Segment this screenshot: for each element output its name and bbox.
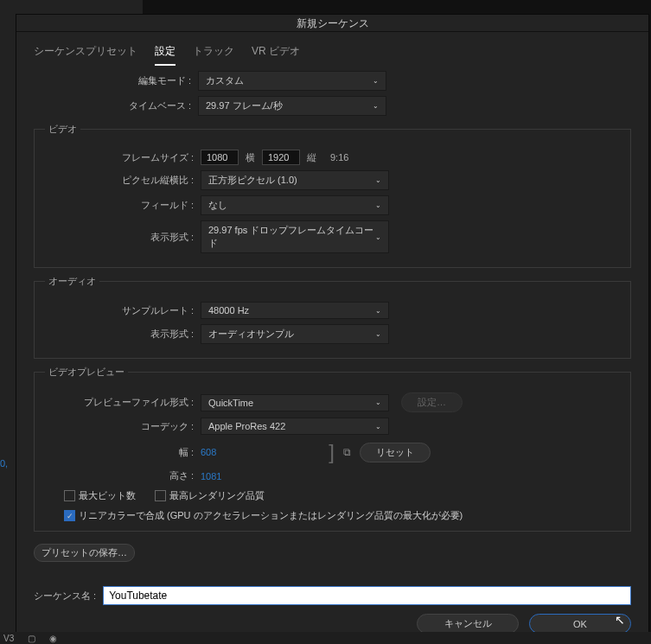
chevron-down-icon: ⌄ (375, 330, 381, 338)
aspect-text: 9:16 (330, 152, 348, 163)
preview-settings-button[interactable]: 設定… (401, 392, 463, 412)
max-bit-checkbox[interactable] (64, 490, 75, 501)
timebase-dropdown[interactable]: 29.97 フレーム/秒⌄ (198, 96, 386, 116)
max-render-label: 最高レンダリング品質 (169, 489, 265, 502)
preview-width-value[interactable]: 608 (201, 447, 216, 457)
video-legend: ビデオ (45, 123, 80, 136)
frame-height-input[interactable] (262, 150, 300, 165)
horiz-text: 横 (246, 151, 255, 164)
linear-label: リニアカラーで合成 (GPU のアクセラレーションまたはレンダリング品質の最大化… (79, 509, 463, 522)
bracket-icon: ] (329, 440, 335, 464)
cancel-button[interactable]: キャンセル (417, 614, 519, 634)
audio-legend: オーディオ (45, 275, 99, 288)
preview-file-label: プレビューファイル形式 : (36, 396, 201, 409)
par-label: ピクセル縦横比 : (36, 174, 201, 187)
save-preset-button[interactable]: プリセットの保存… (34, 544, 135, 562)
reset-button[interactable]: リセット (360, 443, 431, 462)
sequence-name-label: シーケンス名 : (34, 590, 96, 603)
eye-icon[interactable]: ◉ (49, 634, 57, 643)
frame-size-label: フレームサイズ : (36, 151, 201, 164)
audio-group: オーディオ サンプルレート : 48000 Hz⌄ 表示形式 : オーディオサン… (34, 275, 631, 359)
codec-dropdown[interactable]: Apple ProRes 422⌄ (201, 418, 389, 435)
video-display-dropdown[interactable]: 29.97 fps ドロップフレームタイムコード⌄ (201, 220, 389, 253)
sample-dropdown[interactable]: 48000 Hz⌄ (201, 302, 389, 319)
vert-text: 縦 (307, 151, 316, 164)
audio-display-dropdown[interactable]: オーディオサンプル⌄ (201, 324, 389, 344)
par-dropdown[interactable]: 正方形ピクセル (1.0)⌄ (201, 170, 389, 190)
codec-label: コーデック : (36, 420, 201, 433)
chevron-down-icon: ⌄ (373, 77, 379, 85)
sample-label: サンプルレート : (36, 304, 201, 317)
video-group: ビデオ フレームサイズ : 横 縦 9:16 ピクセル縦横比 : 正方形ピクセル… (34, 123, 631, 268)
preview-file-dropdown[interactable]: QuickTime⌄ (201, 394, 389, 411)
track-label: V3 (3, 634, 14, 643)
chevron-down-icon: ⌄ (375, 201, 381, 209)
field-label: フィールド : (36, 199, 201, 212)
link-icon[interactable]: ⧉ (343, 446, 351, 458)
chevron-down-icon: ⌄ (375, 307, 381, 315)
preview-height-label: 高さ : (36, 469, 201, 482)
chevron-down-icon: ⌄ (373, 102, 379, 110)
timeline-time: 0, (0, 458, 8, 469)
max-render-checkbox[interactable] (155, 490, 166, 501)
chevron-down-icon: ⌄ (375, 399, 381, 406)
chevron-down-icon: ⌄ (375, 233, 381, 241)
tab-presets[interactable]: シーケンスプリセット (34, 44, 137, 66)
preview-legend: ビデオプレビュー (45, 366, 128, 379)
tab-vr[interactable]: VR ビデオ (252, 44, 300, 66)
timebase-label: タイムベース : (34, 99, 198, 112)
tab-settings[interactable]: 設定 (155, 44, 176, 66)
chevron-down-icon: ⌄ (375, 423, 381, 430)
new-sequence-dialog: 新規シーケンス シーケンスプリセット 設定 トラック VR ビデオ 編集モード … (16, 14, 649, 644)
chevron-down-icon: ⌄ (375, 176, 381, 184)
sequence-name-input[interactable] (103, 586, 631, 605)
video-display-label: 表示形式 : (36, 231, 201, 244)
frame-width-input[interactable] (201, 150, 239, 165)
field-dropdown[interactable]: なし⌄ (201, 195, 389, 215)
ok-button[interactable]: OK (529, 614, 631, 634)
dialog-title: 新規シーケンス (16, 15, 648, 32)
tab-tracks[interactable]: トラック (193, 44, 234, 66)
preview-width-label: 幅 : (36, 446, 201, 459)
max-bit-label: 最大ビット数 (79, 489, 136, 502)
timeline-icon[interactable]: ▢ (28, 634, 35, 643)
edit-mode-label: 編集モード : (34, 74, 198, 87)
linear-checkbox[interactable]: ✓ (64, 510, 75, 521)
audio-display-label: 表示形式 : (36, 328, 201, 341)
preview-height-value[interactable]: 1081 (201, 471, 221, 481)
timeline-bar: V3 ▢ ◉ (0, 632, 651, 644)
preview-group: ビデオプレビュー プレビューファイル形式 : QuickTime⌄ 設定… コー… (34, 366, 631, 532)
edit-mode-dropdown[interactable]: カスタム⌄ (198, 71, 386, 91)
